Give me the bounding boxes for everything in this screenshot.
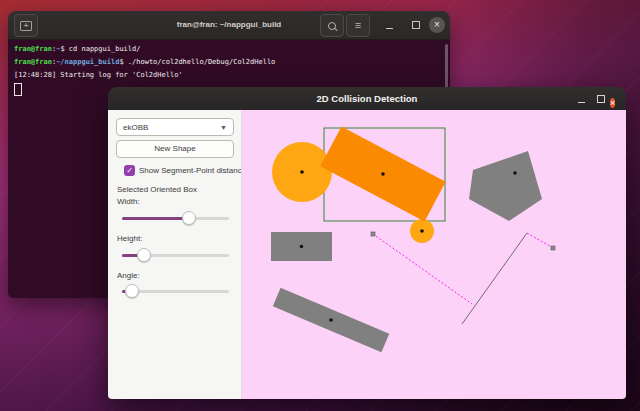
- segment-point-distance-1: [373, 234, 472, 304]
- terminal-maximize-button[interactable]: [407, 11, 425, 39]
- app-minimize-button[interactable]: [572, 85, 590, 113]
- height-slider-label: Height:: [117, 234, 142, 243]
- shape-center-dot: [300, 245, 304, 249]
- slider-thumb[interactable]: [125, 284, 139, 298]
- height-slider[interactable]: [122, 248, 229, 262]
- line-segment[interactable]: [462, 233, 527, 324]
- point-1[interactable]: [371, 232, 375, 236]
- menu-button[interactable]: [346, 14, 370, 37]
- shape-type-value: ekOBB: [123, 123, 220, 132]
- close-icon: ×: [429, 17, 445, 33]
- chevron-down-icon: [220, 124, 227, 131]
- app-title: 2D Collision Detection: [108, 87, 626, 110]
- slider-fill: [122, 217, 189, 220]
- controls-sidebar: ekOBB New Shape Show Segment-Point dista…: [108, 110, 242, 399]
- angle-slider-label: Angle:: [117, 271, 140, 280]
- shape-center-dot: [513, 171, 517, 175]
- point-2[interactable]: [551, 246, 555, 250]
- collision-canvas[interactable]: [242, 110, 626, 399]
- segment-point-distance-2: [527, 233, 553, 248]
- angle-slider[interactable]: [122, 284, 229, 298]
- shape-type-dropdown[interactable]: ekOBB: [116, 118, 234, 136]
- shape-center-dot: [300, 170, 304, 174]
- app-close-button[interactable]: ×: [610, 92, 615, 110]
- shape-center-dot: [329, 318, 333, 322]
- terminal-minimize-button[interactable]: [380, 11, 398, 39]
- checkbox-label: Show Segment-Point distance: [139, 166, 241, 175]
- slider-thumb[interactable]: [137, 248, 151, 262]
- app-maximize-button[interactable]: [592, 85, 610, 113]
- search-icon: [328, 22, 336, 30]
- slider-thumb[interactable]: [182, 211, 196, 225]
- width-slider[interactable]: [122, 211, 229, 225]
- gray-pentagon[interactable]: [469, 151, 542, 221]
- shape-center-dot: [420, 229, 424, 233]
- show-distance-checkbox-row[interactable]: Show Segment-Point distance: [124, 164, 241, 176]
- app-titlebar[interactable]: 2D Collision Detection ×: [108, 87, 626, 110]
- terminal-cursor: [14, 83, 22, 96]
- shape-center-dot: [381, 172, 385, 176]
- desktop: { "terminal": { "title": "fran@fran: ~/n…: [0, 0, 640, 411]
- section-title: Selected Oriented Box: [117, 185, 197, 194]
- close-icon: ×: [610, 98, 615, 108]
- width-slider-label: Width:: [117, 197, 140, 206]
- new-shape-button[interactable]: New Shape: [116, 140, 234, 158]
- terminal-close-button[interactable]: ×: [428, 11, 446, 39]
- collision-app-window: 2D Collision Detection × ekOBB New Shape…: [108, 87, 626, 399]
- search-button[interactable]: [320, 14, 344, 37]
- terminal-titlebar[interactable]: fran@fran: ~/nappgui_build ×: [8, 11, 450, 40]
- hamburger-icon: [355, 20, 361, 31]
- show-distance-checkbox[interactable]: [124, 165, 135, 176]
- terminal-text: fran@fran:~$ cd nappgui_build/fran@fran:…: [14, 43, 450, 82]
